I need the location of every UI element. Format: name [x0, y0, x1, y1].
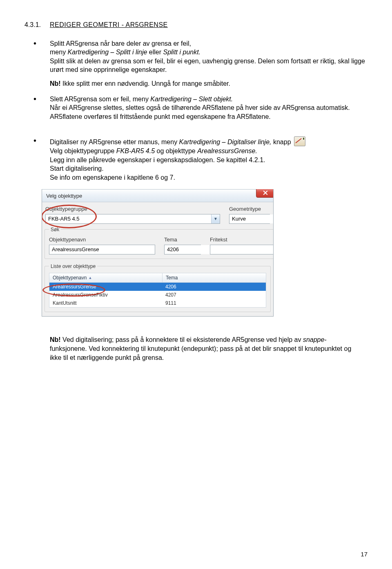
- field-label: Objekttypegruppe: [45, 205, 220, 213]
- close-icon: [263, 190, 268, 195]
- geometry-type-combo[interactable]: ▼: [229, 214, 270, 224]
- menu-path: Kartredigering – Slett objekt.: [150, 96, 233, 103]
- heading-number: 4.3.1.: [24, 20, 41, 29]
- field-label: Fritekst: [210, 236, 274, 243]
- text: knapp: [271, 138, 291, 145]
- cell: ArealressursGrenseFiktiv: [49, 292, 162, 298]
- freetext-field[interactable]: [210, 245, 274, 254]
- menu-path: Kartredigering – Digitaliser linje,: [179, 138, 272, 145]
- tema-field[interactable]: [164, 245, 201, 254]
- field-label: Objekttypenavn: [49, 236, 155, 243]
- table-body: ArealressursGrense 4206 ArealressursGren…: [49, 283, 266, 308]
- close-button[interactable]: [256, 189, 274, 198]
- note-label: Nb!: [50, 336, 61, 343]
- digitize-line-icon: [294, 136, 305, 146]
- text: og objekttype: [155, 147, 197, 154]
- menu-path: Splitt i punkt.: [163, 49, 200, 56]
- value: ArealressursGrense.: [197, 147, 257, 154]
- col-header: Objekttypenavn: [53, 274, 87, 281]
- field-label: Tema: [164, 236, 201, 243]
- cell: 4207: [162, 292, 180, 298]
- bullet-splitt: Splitt AR5grensa når bare deler av grens…: [33, 39, 368, 88]
- cell: 4206: [162, 283, 180, 290]
- note-text: Ikke splitt mer enn nødvendig. Unngå for…: [61, 80, 230, 87]
- text: Slett AR5grensa som er feil, meny: [50, 96, 150, 103]
- object-group-input[interactable]: [46, 214, 211, 223]
- text: Velg objekttypegruppe: [50, 147, 116, 154]
- menu-path: Kartredigering – Splitt i linje: [68, 49, 147, 56]
- chevron-down-icon[interactable]: ▼: [211, 214, 220, 223]
- text: Start digitalisering.: [50, 165, 104, 172]
- objecttype-name-input[interactable]: [49, 245, 155, 254]
- legend: Liste over objekttype: [49, 263, 97, 270]
- dialog-title: Velg objekttype: [46, 192, 273, 200]
- search-group: Søk Objekttypenavn Tema Fritekst: [45, 226, 274, 259]
- section-heading: 4.3.1. REDIGER GEOMETRI - AR5GRENSE: [24, 20, 368, 29]
- note-label: Nb!: [50, 80, 61, 87]
- table-row[interactable]: ArealressursGrenseFiktiv 4207: [49, 291, 266, 299]
- heading-title: REDIGER GEOMETRI - AR5GRENSE: [50, 20, 168, 29]
- cell: KantUtsnitt: [49, 300, 162, 306]
- text: meny: [50, 49, 68, 56]
- dialog-titlebar: Velg objekttype: [42, 189, 273, 202]
- object-type-dialog: Velg objekttype Objekttypegruppe ▼ Geome…: [42, 189, 274, 317]
- cell: ArealressursGrense: [49, 283, 162, 290]
- objecttype-name-field[interactable]: [49, 245, 155, 254]
- note-block: Nb! Ved digitalisering; pass på å konnek…: [50, 335, 363, 362]
- text: Digitaliser ny AR5grense etter manus, me…: [50, 138, 179, 145]
- field-label: Geometritype: [229, 205, 270, 213]
- col-header: Tema: [166, 274, 178, 281]
- table-row[interactable]: KantUtsnitt 9111: [49, 299, 266, 307]
- text: Når ei AR5grense slettes, slettes også d…: [50, 104, 350, 120]
- value: FKB-AR5 4.5: [116, 147, 155, 154]
- bullet-slett: Slett AR5grensa som er feil, meny Kartre…: [33, 95, 368, 121]
- freetext-input[interactable]: [210, 245, 274, 254]
- legend: Søk: [49, 226, 61, 233]
- term: snappe: [303, 336, 325, 343]
- sort-asc-icon: ▲: [88, 275, 92, 280]
- text: Se info om egenskapene i kapitlene 6 og …: [50, 174, 175, 181]
- cell: 9111: [162, 300, 180, 306]
- text: Splitt slik at delen av grensa som er fe…: [50, 58, 365, 74]
- table-header[interactable]: Objekttypenavn▲ Tema: [49, 273, 266, 283]
- geometry-type-input[interactable]: [229, 214, 274, 223]
- list-group: Liste over objekttype Objekttypenavn▲ Te…: [45, 263, 271, 312]
- text: Legg inn alle påkrevde egenskaper i egen…: [50, 156, 265, 163]
- object-group-combo[interactable]: ▼: [45, 214, 220, 224]
- text: Splitt AR5grensa når bare deler av grens…: [50, 40, 191, 47]
- text: eller: [147, 49, 163, 56]
- table-row[interactable]: ArealressursGrense 4206: [49, 283, 266, 291]
- note-text: Ved digitalisering; pass på å konnektere…: [61, 336, 303, 343]
- bullet-digitaliser: Digitaliser ny AR5grense etter manus, me…: [33, 136, 368, 182]
